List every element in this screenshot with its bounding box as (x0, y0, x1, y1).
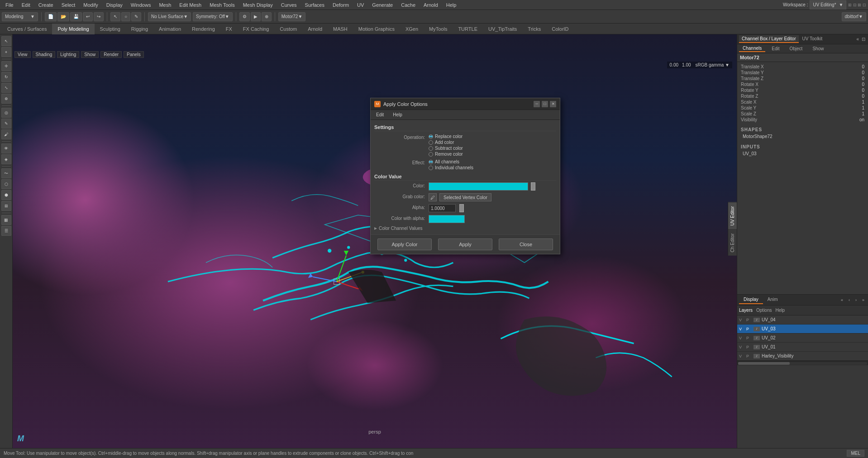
undo-btn[interactable]: ↩ (83, 12, 93, 21)
select-tool-btn[interactable]: ↖ (1, 36, 11, 46)
layers-scrollbar[interactable] (737, 361, 868, 365)
tab-rendering[interactable]: Rendering (186, 24, 220, 34)
menu-display[interactable]: Display (103, 1, 126, 9)
layer-p-uv04[interactable]: P (746, 318, 754, 322)
layer-row-uv01[interactable]: V P / UV_01 (737, 343, 868, 352)
tab-xgen[interactable]: XGen (400, 24, 424, 34)
ch-tab-edit[interactable]: Edit (768, 46, 783, 52)
shading-menu-btn[interactable]: Shading (33, 51, 56, 58)
layers-sub-layers[interactable]: Layers (739, 308, 753, 313)
tab-colorid[interactable]: ColorID (546, 24, 574, 34)
rst-ch-editor[interactable]: Ch Editor (728, 229, 737, 256)
camera-dropdown[interactable]: Motor72 ▼ (278, 12, 306, 21)
layer-row-uv04[interactable]: V P / UV_04 (737, 315, 868, 324)
right-tab-uv-toolkit[interactable]: UV Toolkit (800, 35, 825, 43)
tab-fx[interactable]: FX (220, 24, 238, 34)
view-menu-btn[interactable]: View (14, 51, 31, 58)
rotate-tool-btn[interactable]: ↻ (1, 72, 11, 82)
layer-v-uv01[interactable]: V (739, 345, 746, 349)
menu-arnold[interactable]: Arnold (420, 1, 442, 9)
op-subtract-radio[interactable] (429, 146, 433, 151)
layers-sub-options[interactable]: Options (756, 308, 772, 313)
op-subtract[interactable]: Subtract color (429, 146, 556, 151)
lasso-select-btn[interactable]: ⌖ (1, 47, 11, 57)
render-menu-btn[interactable]: Render (100, 51, 122, 58)
right-panel-icon1[interactable]: « (855, 36, 860, 43)
menu-edit-mesh[interactable]: Edit Mesh (176, 1, 205, 9)
layers-tab-display[interactable]: Display (739, 296, 763, 304)
layers-nav-right-right[interactable]: » (860, 297, 866, 303)
op-remove[interactable]: Remove color (429, 152, 556, 157)
tab-turtle[interactable]: TURTLE (453, 24, 483, 34)
alpha-slider-handle[interactable] (459, 204, 464, 212)
menu-curves[interactable]: Curves (277, 1, 300, 9)
scale-tool-btn[interactable]: ⤡ (1, 83, 11, 93)
menu-surfaces[interactable]: Surfaces (301, 1, 328, 9)
symmetry-btn[interactable]: Symmetry: Off ▼ (193, 12, 233, 21)
open-btn[interactable]: 📂 (57, 12, 69, 21)
eyedropper-btn[interactable]: 🖊 (429, 193, 437, 201)
lasso-tool[interactable]: ○ (121, 12, 130, 21)
list-btn[interactable]: ☰ (1, 226, 11, 236)
ipr-btn[interactable]: ⊕ (262, 12, 272, 21)
menu-edit[interactable]: Edit (18, 1, 34, 9)
menu-mesh-tools[interactable]: Mesh Tools (206, 1, 238, 9)
tab-custom[interactable]: Custom (274, 24, 302, 34)
color-channel-expander[interactable]: ▶ Color Channel Values (374, 226, 556, 231)
layer-row-uv03[interactable]: V P / UV_03 (737, 324, 868, 334)
layers-scroll-thumb[interactable] (738, 362, 790, 365)
sculpt-btn[interactable]: ✎ (1, 119, 11, 129)
colorspace-selector[interactable]: sRGB gamma ▼ (696, 62, 730, 67)
menu-select[interactable]: Select (58, 1, 79, 9)
tab-tricks[interactable]: Tricks (522, 24, 546, 34)
layers-nav-right[interactable]: › (854, 297, 858, 303)
paint-select[interactable]: ✎ (131, 12, 141, 21)
menu-help[interactable]: Help (443, 1, 460, 9)
workspace-dropdown[interactable]: UV Editing* ▼ (810, 0, 846, 10)
menu-mesh[interactable]: Mesh (155, 1, 175, 9)
menu-uv[interactable]: UV (353, 1, 367, 9)
dialog-help-menu[interactable]: Help (389, 111, 406, 118)
menu-cache[interactable]: Cache (397, 1, 419, 9)
layer-v-uv02[interactable]: V (739, 336, 746, 340)
tab-curves-surfaces[interactable]: Curves / Surfaces (2, 24, 52, 34)
selected-vertex-color-btn[interactable]: Selected Vertex Color (439, 193, 491, 201)
mode-dropdown[interactable]: Modeling ▼ (2, 12, 38, 21)
new-scene-btn[interactable]: 📄 (45, 12, 57, 21)
panels-menu-btn[interactable]: Panels (124, 51, 144, 58)
layer-p-harley[interactable]: P (746, 354, 754, 358)
grid-btn[interactable]: ⊞ (1, 201, 11, 211)
op-add-radio[interactable] (429, 140, 433, 145)
paint-btn[interactable]: 🖌 (1, 129, 11, 139)
menu-generate[interactable]: Generate (368, 1, 396, 9)
isolate-btn[interactable]: ◈ (1, 154, 11, 164)
redo-btn[interactable]: ↪ (94, 12, 104, 21)
layer-p-uv01[interactable]: P (746, 345, 754, 349)
tab-arnold[interactable]: Arnold (302, 24, 328, 34)
soft-select-btn[interactable]: ◎ (1, 108, 11, 118)
apply-btn[interactable]: Apply (438, 239, 492, 250)
ch-tab-channels[interactable]: Channels (739, 45, 765, 52)
curve-tool-btn[interactable]: 〜 (1, 168, 11, 178)
effect-all-radio[interactable] (429, 160, 433, 164)
menu-create[interactable]: Create (35, 1, 57, 9)
layer-row-uv02[interactable]: V P / UV_02 (737, 334, 868, 343)
color-with-alpha-swatch[interactable] (429, 215, 465, 223)
layers-tab-anim[interactable]: Anim (763, 296, 782, 304)
tab-uv-tiptraits[interactable]: UV_TipTraits (483, 24, 522, 34)
layers-nav-left-left[interactable]: « (839, 297, 845, 303)
layer-v-uv04[interactable]: V (739, 318, 746, 322)
save-btn[interactable]: 💾 (70, 12, 82, 21)
rst-uv-editor[interactable]: UV Editor (728, 202, 737, 229)
menu-deform[interactable]: Deform (329, 1, 353, 9)
surface-btn[interactable]: ⬡ (1, 179, 11, 189)
layer-p-uv02[interactable]: P (746, 336, 754, 340)
tab-mytools[interactable]: MyTools (424, 24, 453, 34)
poly-btn[interactable]: ⬢ (1, 190, 11, 200)
select-tool[interactable]: ↖ (110, 12, 120, 21)
tab-rigging[interactable]: Rigging (126, 24, 153, 34)
close-btn[interactable]: Close (499, 239, 553, 250)
menu-mesh-display[interactable]: Mesh Display (239, 1, 277, 9)
color-swatch[interactable] (429, 182, 528, 191)
shapes-item-motorshape72[interactable]: MotorShape72 (739, 133, 866, 140)
